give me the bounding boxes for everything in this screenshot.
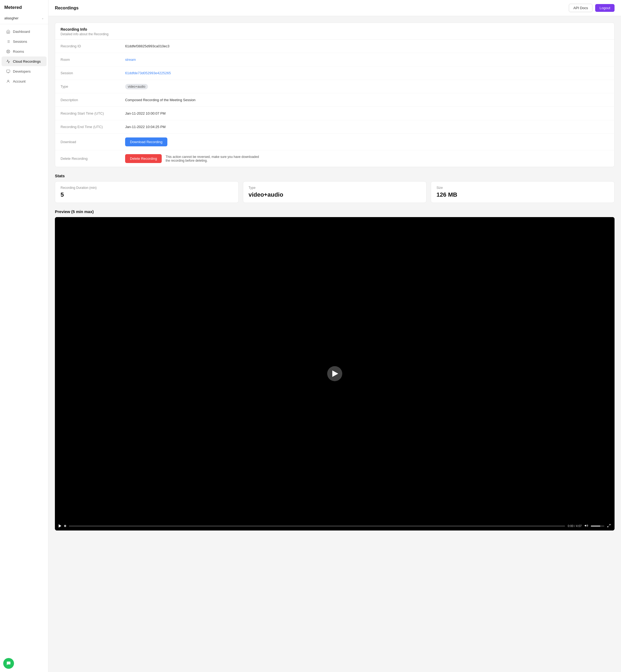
- type-badge: video+audio: [125, 84, 148, 89]
- chat-bubble-button[interactable]: [3, 658, 14, 669]
- delete-recording-button[interactable]: Delete Recording: [125, 154, 162, 163]
- stat-size: Size 126 MB: [431, 181, 615, 203]
- description-value: Composed Recording of the Meeting Sessio…: [125, 98, 609, 102]
- account-icon: [6, 79, 10, 83]
- main-content: Recordings API Docs Logout Recording Inf…: [48, 0, 621, 672]
- content-area: Recording Info Detailed info about the R…: [48, 16, 621, 537]
- video-player[interactable]: 0:00 / 4:07: [55, 217, 615, 531]
- time-display: 0:00 / 4:07: [568, 524, 582, 528]
- delete-value: Delete Recording This action cannot be r…: [125, 154, 609, 163]
- sidebar-item-label: Sessions: [13, 40, 27, 44]
- sidebar-item-developers[interactable]: Developers: [2, 67, 47, 76]
- chevron-down-icon: ⌄: [41, 16, 44, 20]
- download-row: Download Download Recording: [55, 134, 614, 151]
- end-time-value: Jan-11-2022 10:04:25 PM: [125, 125, 609, 129]
- start-time-label: Recording Start Time (UTC): [60, 111, 125, 115]
- stat-type-value: video+audio: [249, 191, 421, 198]
- api-docs-button[interactable]: API Docs: [569, 4, 592, 12]
- type-value: video+audio: [125, 84, 609, 89]
- svg-line-17: [609, 524, 610, 526]
- start-time-row: Recording Start Time (UTC) Jan-11-2022 1…: [55, 107, 614, 120]
- recording-id-label: Recording ID: [60, 44, 125, 48]
- volume-bar[interactable]: [591, 526, 604, 527]
- svg-point-7: [7, 51, 9, 52]
- room-label: Room: [60, 57, 125, 61]
- sidebar-item-label: Dashboard: [13, 30, 30, 34]
- session-value: 61ddfde73d052993e4225265: [125, 71, 609, 75]
- time-current: 0:00: [568, 524, 573, 528]
- preview-section: Preview (5 min max) 0:00: [55, 209, 615, 531]
- video-screen: [55, 217, 615, 531]
- svg-line-9: [9, 52, 9, 53]
- svg-rect-12: [6, 70, 10, 72]
- username: aliasgher: [4, 16, 18, 20]
- session-label: Session: [60, 71, 125, 75]
- stat-size-label: Size: [437, 186, 609, 190]
- stat-duration: Recording Duration (min) 5: [55, 181, 239, 203]
- svg-point-15: [7, 80, 9, 81]
- play-icon: [332, 370, 338, 377]
- preview-title: Preview (5 min max): [55, 209, 615, 214]
- ctrl-play-icon: [59, 524, 61, 528]
- play-button[interactable]: [327, 366, 342, 381]
- room-value: stream: [125, 57, 609, 61]
- volume-icon[interactable]: [584, 524, 588, 528]
- download-value: Download Recording: [125, 137, 609, 146]
- user-profile[interactable]: aliasgher ⌄: [0, 14, 48, 24]
- svg-line-8: [7, 50, 8, 51]
- recording-id-row: Recording ID 61ddfef38825d993ca010ec3: [55, 40, 614, 53]
- ctrl-play-button[interactable]: [59, 524, 61, 528]
- volume-fill: [591, 526, 600, 527]
- sidebar-item-label: Cloud Recordings: [13, 59, 41, 64]
- stat-type-label: Type: [249, 186, 421, 190]
- end-time-row: Recording End Time (UTC) Jan-11-2022 10:…: [55, 120, 614, 134]
- stats-section: Stats Recording Duration (min) 5 Type vi…: [55, 173, 615, 203]
- recording-info-title: Recording Info: [60, 27, 609, 32]
- delete-label: Delete Recording: [60, 157, 125, 161]
- session-row: Session 61ddfde73d052993e4225265: [55, 67, 614, 80]
- app-logo: Metered: [0, 0, 48, 14]
- video-controls: 0:00 / 4:07: [55, 521, 615, 531]
- sidebar-item-label: Rooms: [13, 49, 24, 53]
- stats-grid: Recording Duration (min) 5 Type video+au…: [55, 181, 615, 203]
- topbar-actions: API Docs Logout: [569, 4, 615, 12]
- stats-title: Stats: [55, 173, 615, 178]
- logout-button[interactable]: Logout: [595, 4, 615, 12]
- home-icon: [6, 29, 10, 34]
- sidebar-item-cloud-recordings[interactable]: Cloud Recordings: [2, 56, 47, 66]
- ctrl-dot: [64, 525, 66, 527]
- recording-info-card: Recording Info Detailed info about the R…: [55, 23, 615, 167]
- sidebar-item-label: Developers: [13, 70, 31, 74]
- end-time-label: Recording End Time (UTC): [60, 125, 125, 129]
- sidebar-item-account[interactable]: Account: [2, 76, 47, 86]
- sidebar-item-dashboard[interactable]: Dashboard: [2, 27, 47, 36]
- stat-duration-value: 5: [60, 191, 233, 198]
- topbar: Recordings API Docs Logout: [48, 0, 621, 16]
- delete-row: Delete Recording Delete Recording This a…: [55, 151, 614, 167]
- type-row: Type video+audio: [55, 80, 614, 93]
- sidebar-item-sessions[interactable]: Sessions: [2, 37, 47, 46]
- room-link[interactable]: stream: [125, 57, 136, 61]
- svg-line-11: [7, 52, 8, 53]
- fullscreen-button[interactable]: [607, 524, 611, 528]
- sessions-icon: [6, 39, 10, 44]
- download-recording-button[interactable]: Download Recording: [125, 137, 167, 146]
- recording-id-value: 61ddfef38825d993ca010ec3: [125, 44, 609, 48]
- sidebar: Metered aliasgher ⌄ Dashboard Sessions R…: [0, 0, 48, 672]
- developers-icon: [6, 69, 10, 74]
- rooms-icon: [6, 49, 10, 53]
- session-link[interactable]: 61ddfde73d052993e4225265: [125, 71, 171, 75]
- sidebar-item-rooms[interactable]: Rooms: [2, 47, 47, 56]
- progress-bar[interactable]: [69, 526, 565, 527]
- svg-marker-16: [585, 524, 586, 527]
- time-total: 4:07: [576, 524, 582, 528]
- description-label: Description: [60, 98, 125, 102]
- card-header: Recording Info Detailed info about the R…: [55, 23, 614, 40]
- stat-size-value: 126 MB: [437, 191, 609, 198]
- sidebar-item-label: Account: [13, 79, 26, 83]
- svg-line-18: [608, 526, 609, 527]
- stat-duration-label: Recording Duration (min): [60, 186, 233, 190]
- stat-type: Type video+audio: [243, 181, 427, 203]
- type-label: Type: [60, 84, 125, 88]
- start-time-value: Jan-11-2022 10:00:07 PM: [125, 111, 609, 115]
